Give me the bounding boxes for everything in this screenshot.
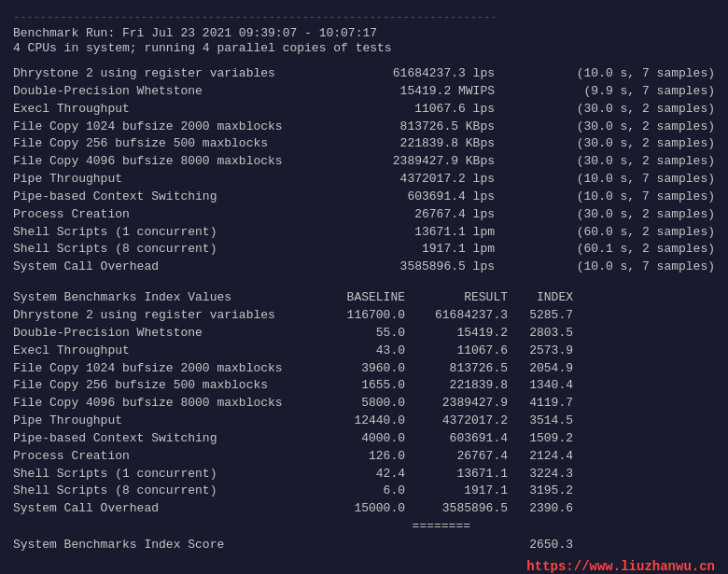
- index-data-row: Pipe Throughput12440.04372017.23514.5: [13, 413, 715, 430]
- index-row-result: 13671.1: [405, 466, 508, 483]
- index-row-index: 3195.2: [508, 483, 573, 500]
- index-row-label: File Copy 1024 bufsize 2000 maxblocks: [13, 360, 302, 378]
- index-row-label: Shell Scripts (1 concurrent): [13, 466, 302, 483]
- index-header-index: INDEX: [508, 289, 573, 307]
- score-row: System Benchmarks Index Score 2650.3: [13, 536, 715, 555]
- index-header-row: System Benchmarks Index Values BASELINE …: [13, 289, 715, 307]
- index-row-baseline: 15000.0: [302, 500, 405, 518]
- bench-label: Double-Precision Whetstone: [13, 83, 302, 101]
- benchmark-row: Process Creation26767.4 lps(30.0 s, 2 sa…: [13, 206, 715, 224]
- index-header-result: RESULT: [405, 289, 508, 307]
- index-row-label: Pipe Throughput: [13, 413, 302, 430]
- index-row-baseline: 126.0: [302, 448, 405, 466]
- equals-row: ========: [13, 518, 715, 536]
- bench-value: 3585896.5 lps: [373, 259, 495, 276]
- benchmark-row: Execl Throughput11067.6 lps(30.0 s, 2 sa…: [13, 101, 715, 119]
- index-rows: Dhrystone 2 using register variables1167…: [13, 307, 715, 518]
- index-row-label: File Copy 4096 bufsize 8000 maxblocks: [13, 395, 302, 413]
- bench-detail: (30.0 s, 2 samples): [566, 135, 715, 153]
- bench-detail: (60.0 s, 2 samples): [566, 224, 715, 242]
- index-row-baseline: 12440.0: [302, 413, 405, 430]
- bench-label: Pipe-based Context Switching: [13, 189, 302, 206]
- bench-value: 603691.4 lps: [373, 189, 495, 206]
- benchmark-row: Shell Scripts (8 concurrent)1917.1 lpm(6…: [13, 241, 715, 259]
- index-row-index: 5285.7: [508, 307, 573, 325]
- bench-value: 61684237.3 lps: [373, 65, 495, 83]
- index-row-result: 603691.4: [405, 430, 508, 448]
- benchmark-row: Pipe-based Context Switching603691.4 lps…: [13, 189, 715, 206]
- index-data-row: Shell Scripts (1 concurrent)42.413671.13…: [13, 466, 715, 483]
- index-row-label: System Call Overhead: [13, 500, 302, 518]
- benchmark-row: File Copy 4096 bufsize 8000 maxblocks238…: [13, 153, 715, 171]
- bench-detail: (30.0 s, 2 samples): [566, 206, 715, 224]
- index-row-result: 813726.5: [405, 360, 508, 378]
- terminal: ----------------------------------------…: [9, 7, 719, 574]
- bench-value: 15419.2 MWIPS: [373, 83, 495, 101]
- bench-detail: (30.0 s, 2 samples): [566, 101, 715, 119]
- index-row-result: 3585896.5: [405, 500, 508, 518]
- index-row-label: Shell Scripts (8 concurrent): [13, 483, 302, 500]
- index-row-baseline: 5800.0: [302, 395, 405, 413]
- index-row-label: Double-Precision Whetstone: [13, 325, 302, 343]
- index-row-result: 4372017.2: [405, 413, 508, 430]
- index-data-row: Execl Throughput43.011067.62573.9: [13, 343, 715, 360]
- index-row-result: 15419.2: [405, 325, 508, 343]
- index-row-index: 4119.7: [508, 395, 573, 413]
- divider-top: ----------------------------------------…: [13, 11, 715, 24]
- bench-label: Execl Throughput: [13, 101, 302, 119]
- index-row-result: 61684237.3: [405, 307, 508, 325]
- index-row-baseline: 55.0: [302, 325, 405, 343]
- bench-detail: (10.0 s, 7 samples): [566, 189, 715, 206]
- bench-value: 26767.4 lps: [373, 206, 495, 224]
- index-header-label: System Benchmarks Index Values: [13, 289, 302, 307]
- benchmark-row: File Copy 256 bufsize 500 maxblocks22183…: [13, 135, 715, 153]
- bench-label: Shell Scripts (8 concurrent): [13, 241, 302, 259]
- watermark: https://www.liuzhanwu.cn: [13, 559, 715, 574]
- index-data-row: Pipe-based Context Switching4000.0603691…: [13, 430, 715, 448]
- benchmark-row: Dhrystone 2 using register variables6168…: [13, 65, 715, 83]
- bench-value: 2389427.9 KBps: [373, 153, 495, 171]
- index-row-baseline: 6.0: [302, 483, 405, 500]
- index-row-label: Execl Throughput: [13, 343, 302, 360]
- equals-sign: ========: [405, 518, 470, 536]
- index-row-index: 2390.6: [508, 500, 573, 518]
- bench-detail: (30.0 s, 2 samples): [566, 153, 715, 171]
- benchmark-rows: Dhrystone 2 using register variables6168…: [13, 65, 715, 276]
- index-data-row: File Copy 4096 bufsize 8000 maxblocks580…: [13, 395, 715, 413]
- bench-value: 13671.1 lpm: [373, 224, 495, 242]
- index-row-index: 2054.9: [508, 360, 573, 378]
- index-row-label: File Copy 256 bufsize 500 maxblocks: [13, 377, 302, 395]
- bench-label: System Call Overhead: [13, 259, 302, 276]
- bench-value: 221839.8 KBps: [373, 135, 495, 153]
- index-row-label: Dhrystone 2 using register variables: [13, 307, 302, 325]
- bench-value: 11067.6 lps: [373, 101, 495, 119]
- index-row-result: 11067.6: [405, 343, 508, 360]
- index-row-label: Process Creation: [13, 448, 302, 466]
- index-data-row: System Call Overhead15000.03585896.52390…: [13, 500, 715, 518]
- index-data-row: File Copy 1024 bufsize 2000 maxblocks396…: [13, 360, 715, 378]
- bench-value: 4372017.2 lps: [373, 171, 495, 189]
- index-row-index: 1340.4: [508, 377, 573, 395]
- bench-label: Dhrystone 2 using register variables: [13, 65, 302, 83]
- bench-value: 1917.1 lpm: [373, 241, 495, 259]
- bench-label: File Copy 4096 bufsize 8000 maxblocks: [13, 153, 302, 171]
- header-line1: Benchmark Run: Fri Jul 23 2021 09:39:07 …: [13, 26, 715, 40]
- index-data-row: Shell Scripts (8 concurrent)6.01917.1319…: [13, 483, 715, 500]
- index-row-baseline: 43.0: [302, 343, 405, 360]
- benchmark-row: File Copy 1024 bufsize 2000 maxblocks813…: [13, 119, 715, 136]
- bench-label: File Copy 256 bufsize 500 maxblocks: [13, 135, 302, 153]
- benchmark-row: Double-Precision Whetstone15419.2 MWIPS(…: [13, 83, 715, 101]
- index-row-index: 1509.2: [508, 430, 573, 448]
- benchmark-row: Shell Scripts (1 concurrent)13671.1 lpm(…: [13, 224, 715, 242]
- index-data-row: Dhrystone 2 using register variables1167…: [13, 307, 715, 325]
- index-data-row: File Copy 256 bufsize 500 maxblocks1655.…: [13, 377, 715, 395]
- index-row-result: 1917.1: [405, 483, 508, 500]
- bench-detail: (9.9 s, 7 samples): [566, 83, 715, 101]
- index-row-baseline: 116700.0: [302, 307, 405, 325]
- index-row-label: Pipe-based Context Switching: [13, 430, 302, 448]
- benchmark-row: System Call Overhead3585896.5 lps(10.0 s…: [13, 259, 715, 276]
- bench-label: Shell Scripts (1 concurrent): [13, 224, 302, 242]
- index-data-row: Double-Precision Whetstone55.015419.2280…: [13, 325, 715, 343]
- bench-label: Pipe Throughput: [13, 171, 302, 189]
- index-row-result: 2389427.9: [405, 395, 508, 413]
